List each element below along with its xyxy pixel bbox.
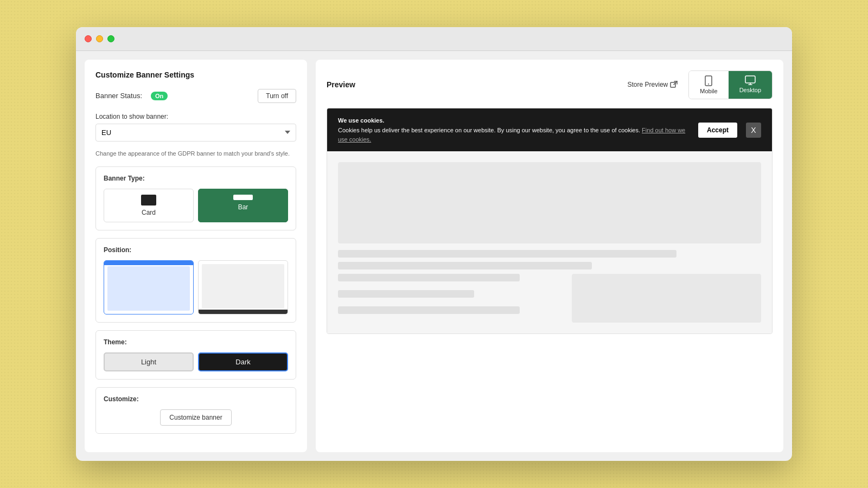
preview-container: We use cookies. Cookies help us deliver … bbox=[327, 108, 773, 335]
banner-type-options: Card Bar bbox=[104, 189, 288, 222]
cookie-banner: We use cookies. Cookies help us deliver … bbox=[327, 108, 772, 152]
right-panel: Preview Store Preview bbox=[316, 60, 783, 453]
position-content-light bbox=[202, 264, 284, 309]
preview-title: Preview bbox=[327, 80, 355, 89]
banner-type-bar[interactable]: Bar bbox=[198, 189, 288, 222]
location-select[interactable]: EU bbox=[95, 124, 296, 142]
banner-status-row: Banner Status: On Turn off bbox=[95, 89, 296, 103]
banner-status-label: Banner Status: bbox=[95, 92, 142, 100]
preview-bottom-row bbox=[338, 274, 761, 323]
bottom-bar-indicator bbox=[199, 310, 288, 314]
customize-section: Customize: Customize banner bbox=[95, 387, 296, 434]
preview-header: Preview Store Preview bbox=[327, 70, 773, 99]
card-label: Card bbox=[142, 209, 156, 216]
placeholder-line-4 bbox=[338, 290, 474, 298]
position-bottom[interactable] bbox=[198, 260, 288, 314]
turn-off-button[interactable]: Turn off bbox=[258, 89, 296, 103]
accept-button[interactable]: Accept bbox=[698, 123, 737, 138]
device-toggle: Mobile Desktop bbox=[688, 70, 773, 99]
status-badge: On bbox=[151, 92, 168, 100]
bar-icon bbox=[233, 195, 253, 200]
banner-type-card[interactable]: Card bbox=[104, 189, 194, 222]
theme-label: Theme: bbox=[104, 338, 288, 346]
cookie-title: We use cookies. bbox=[338, 116, 690, 125]
preview-right-image bbox=[572, 274, 761, 323]
cookie-body: Cookies help us deliver the best experie… bbox=[338, 127, 640, 133]
store-preview-link[interactable]: Store Preview bbox=[628, 81, 678, 88]
placeholder-line-5 bbox=[338, 306, 520, 314]
location-label: Location to show banner: bbox=[95, 113, 296, 120]
close-banner-button[interactable]: X bbox=[746, 123, 761, 138]
desktop-button[interactable]: Desktop bbox=[729, 71, 772, 99]
svg-point-2 bbox=[708, 84, 709, 85]
minimize-window-button[interactable] bbox=[96, 35, 103, 42]
placeholder-line-1 bbox=[338, 250, 676, 258]
placeholder-hero bbox=[338, 162, 761, 243]
banner-type-section: Banner Type: Card Bar bbox=[95, 166, 296, 230]
preview-left-col bbox=[338, 274, 565, 323]
content-area: Customize Banner Settings Banner Status:… bbox=[76, 51, 792, 461]
position-content bbox=[107, 266, 190, 311]
close-window-button[interactable] bbox=[85, 35, 92, 42]
banner-type-label: Banner Type: bbox=[104, 175, 288, 182]
left-panel: Customize Banner Settings Banner Status:… bbox=[85, 60, 307, 453]
desktop-label: Desktop bbox=[739, 87, 761, 93]
theme-dark-label: Dark bbox=[235, 358, 250, 366]
placeholder-line-2 bbox=[338, 262, 592, 269]
top-bar-indicator bbox=[104, 261, 193, 265]
preview-page bbox=[327, 151, 772, 333]
theme-light[interactable]: Light bbox=[104, 352, 194, 371]
maximize-window-button[interactable] bbox=[107, 35, 114, 42]
position-section: Position: bbox=[95, 238, 296, 323]
external-link-icon bbox=[670, 81, 678, 88]
theme-light-label: Light bbox=[141, 358, 156, 366]
status-row: Banner Status: On bbox=[95, 92, 168, 100]
customize-label: Customize: bbox=[104, 395, 288, 403]
position-options bbox=[104, 260, 288, 314]
bar-label: Bar bbox=[238, 203, 248, 211]
help-text: Change the appearance of the GDPR banner… bbox=[95, 149, 296, 158]
titlebar bbox=[76, 27, 792, 51]
position-label: Position: bbox=[104, 246, 288, 254]
app-window: Customize Banner Settings Banner Status:… bbox=[76, 27, 792, 461]
panel-title: Customize Banner Settings bbox=[95, 70, 296, 79]
cookie-text: We use cookies. Cookies help us deliver … bbox=[338, 116, 690, 144]
mobile-label: Mobile bbox=[700, 88, 717, 94]
mobile-button[interactable]: Mobile bbox=[689, 71, 728, 99]
placeholder-line-3 bbox=[338, 274, 520, 281]
position-top[interactable] bbox=[104, 260, 194, 314]
theme-options: Light Dark bbox=[104, 352, 288, 371]
mobile-icon bbox=[704, 75, 713, 86]
theme-section: Theme: Light Dark bbox=[95, 330, 296, 380]
card-icon bbox=[141, 195, 156, 206]
store-preview-label: Store Preview bbox=[628, 81, 668, 88]
theme-dark[interactable]: Dark bbox=[198, 352, 288, 371]
svg-rect-3 bbox=[745, 76, 755, 83]
customize-banner-button[interactable]: Customize banner bbox=[160, 409, 231, 426]
desktop-icon bbox=[745, 75, 756, 85]
